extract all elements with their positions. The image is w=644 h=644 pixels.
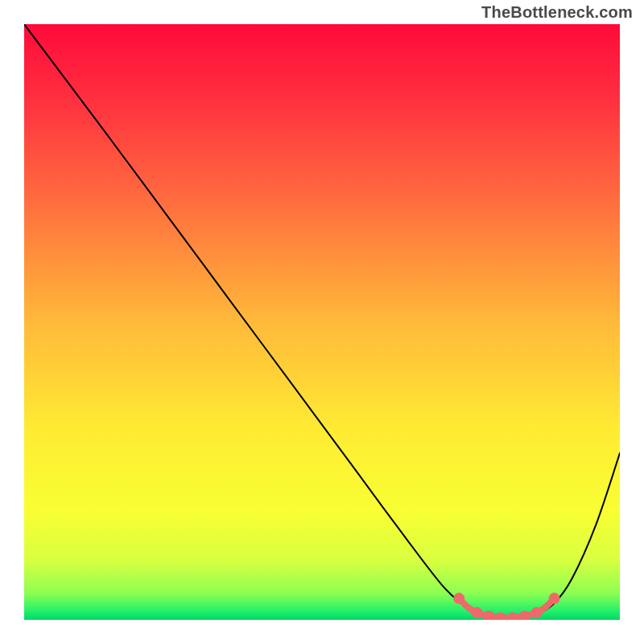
valley-marker (549, 592, 560, 604)
watermark-label: TheBottleneck.com (481, 3, 633, 22)
chart-background (24, 24, 620, 620)
valley-marker (530, 607, 542, 618)
figure-root: TheBottleneck.com (0, 0, 644, 644)
plot-area (24, 24, 620, 620)
valley-marker (453, 592, 464, 604)
chart-svg (24, 24, 620, 620)
valley-marker (471, 607, 482, 618)
